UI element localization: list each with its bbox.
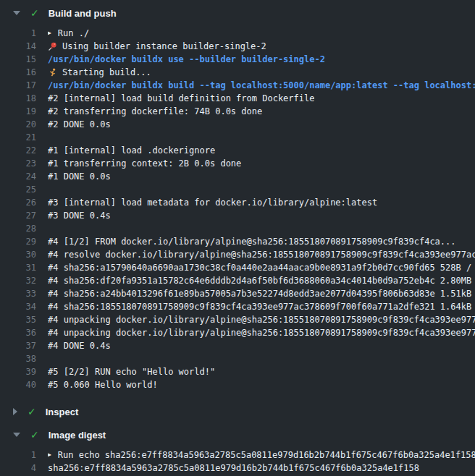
line-number[interactable]: 30 — [0, 250, 36, 260]
log-text-content: #1 transferring context: 2B 0.0s done — [48, 158, 241, 169]
chevron-down-icon[interactable] — [13, 11, 20, 15]
log-text-content: #1 [internal] load .dockerignore — [48, 145, 215, 156]
log-text-content: #2 [internal] load build definition from… — [48, 93, 314, 103]
log-text: Starting build... — [48, 67, 151, 77]
line-number[interactable]: 19 — [0, 106, 36, 116]
line-number[interactable]: 17 — [0, 80, 36, 90]
success-check-icon: ✓ — [30, 8, 39, 18]
section-header-image-digest[interactable]: ✓ Image digest — [0, 423, 475, 446]
log-text-content: #5 0.060 Hello world! — [48, 380, 158, 390]
line-number[interactable]: 37 — [0, 341, 36, 351]
runner-icon — [48, 68, 57, 77]
line-number[interactable]: 36 — [0, 328, 36, 338]
section-inspect: ✓ Inspect — [0, 400, 475, 423]
log-line: 1▶Run echo sha256:e7ff8834a5963a2785c5a0… — [0, 449, 475, 462]
log-line: 33#4 sha256:a24bb4013296f61e89ba57005a7b… — [0, 287, 475, 300]
pushpin-icon — [48, 42, 57, 51]
log-text: ▶Run echo sha256:e7ff8834a5963a2785c5a08… — [48, 449, 475, 462]
line-number[interactable]: 23 — [0, 158, 36, 169]
group-expand-icon[interactable]: ▶ — [48, 449, 51, 462]
line-number[interactable]: 34 — [0, 302, 36, 312]
line-number[interactable]: 40 — [0, 380, 36, 390]
log-line: 32#4 sha256:df20fa9351a15782c64e6dddb2d4… — [0, 274, 475, 287]
log-text-content: Run echo sha256:e7ff8834a5963a2785c5a081… — [58, 450, 475, 460]
section-title: Build and push — [49, 8, 117, 19]
section-title: Image digest — [49, 430, 106, 441]
line-number[interactable]: 35 — [0, 315, 36, 325]
line-number[interactable]: 21 — [0, 132, 36, 143]
log-text-content: #5 [2/2] RUN echo "Hello world!" — [48, 367, 215, 377]
line-number[interactable]: 27 — [0, 211, 36, 221]
log-line: 24#1 DONE 0.0s — [0, 170, 475, 183]
log-line: 35#4 unpacking docker.io/library/alpine@… — [0, 313, 475, 326]
log-text: #4 unpacking docker.io/library/alpine@sh… — [48, 315, 475, 325]
line-number[interactable]: 20 — [0, 119, 36, 129]
log-text: #4 [1/2] FROM docker.io/library/alpine@s… — [48, 237, 456, 247]
log-text: #2 [internal] load build definition from… — [48, 93, 314, 103]
line-number[interactable]: 38 — [0, 354, 36, 364]
log-text-content: Run ./ — [58, 28, 89, 38]
log-text: #1 [internal] load .dockerignore — [48, 145, 215, 156]
log-text: #4 sha256:185518070891758909c9f839cf4ca3… — [48, 302, 475, 312]
line-number[interactable]: 26 — [0, 197, 36, 208]
log-lines-container: 1▶Run ./14Using builder instance builder… — [0, 25, 475, 396]
log-text: ▶Run ./ — [48, 27, 89, 40]
log-line: 15/usr/bin/docker buildx use --builder b… — [0, 53, 475, 66]
line-number[interactable]: 28 — [0, 224, 36, 234]
group-expand-icon[interactable]: ▶ — [48, 27, 51, 40]
log-text-content: sha256:e7ff8834a5963a2785c5a0811e979d16b… — [48, 463, 419, 473]
line-number[interactable]: 14 — [0, 41, 36, 51]
line-number[interactable]: 31 — [0, 263, 36, 273]
log-text: #1 DONE 0.0s — [48, 171, 111, 182]
log-line: 17/usr/bin/docker buildx build --tag loc… — [0, 79, 475, 92]
section-header-build-and-push[interactable]: ✓ Build and push — [0, 1, 475, 25]
line-number[interactable]: 33 — [0, 289, 36, 299]
success-check-icon: ✓ — [28, 407, 36, 417]
log-text-content: Using builder instance builder-single-2 — [62, 41, 266, 51]
log-text-content: /usr/bin/docker buildx build --tag local… — [48, 80, 475, 90]
log-line: 23#1 transferring context: 2B 0.0s done — [0, 157, 475, 170]
log-line: 37#4 DONE 0.4s — [0, 339, 475, 352]
line-number[interactable]: 16 — [0, 67, 36, 77]
log-text-content: #3 [internal] load metadata for docker.i… — [48, 197, 377, 208]
log-text: #3 DONE 0.4s — [48, 211, 111, 221]
line-number[interactable]: 22 — [0, 145, 36, 156]
log-text-content: #4 unpacking docker.io/library/alpine@sh… — [48, 328, 475, 338]
line-number[interactable]: 1 — [0, 450, 36, 460]
actions-log-viewer: ✓ Build and push 1▶Run ./14Using builder… — [0, 0, 475, 476]
log-text: #3 [internal] load metadata for docker.i… — [48, 197, 377, 208]
line-number[interactable]: 15 — [0, 54, 36, 64]
log-text-content: #2 DONE 0.0s — [48, 119, 111, 129]
log-text: #2 DONE 0.0s — [48, 119, 111, 129]
line-number[interactable]: 39 — [0, 367, 36, 377]
log-text-content: #4 sha256:185518070891758909c9f839cf4ca3… — [48, 302, 475, 312]
log-text-content: Starting build... — [62, 67, 151, 77]
line-number[interactable]: 29 — [0, 237, 36, 247]
line-number[interactable]: 25 — [0, 184, 36, 195]
log-line: 16Starting build... — [0, 66, 475, 79]
success-check-icon: ✓ — [30, 430, 39, 440]
log-text-content: #4 sha256:df20fa9351a15782c64e6dddb2d4a6… — [48, 276, 475, 286]
log-text-content: #2 transferring dockerfile: 74B 0.0s don… — [48, 106, 262, 116]
log-text-content: #4 sha256:a24bb4013296f61e89ba57005a7b3e… — [48, 289, 475, 299]
line-number[interactable]: 1 — [0, 28, 36, 38]
log-text: #2 transferring dockerfile: 74B 0.0s don… — [48, 106, 262, 116]
log-text: /usr/bin/docker buildx build --tag local… — [48, 80, 475, 90]
log-line: 14Using builder instance builder-single-… — [0, 40, 475, 53]
line-number[interactable]: 24 — [0, 171, 36, 182]
line-number[interactable]: 18 — [0, 93, 36, 103]
log-line: 21 — [0, 131, 475, 144]
section-header-inspect[interactable]: ✓ Inspect — [0, 400, 475, 423]
log-line: 18#2 [internal] load build definition fr… — [0, 92, 475, 105]
line-number[interactable]: 32 — [0, 276, 36, 286]
log-text: #1 transferring context: 2B 0.0s done — [48, 158, 241, 169]
log-line: 38 — [0, 352, 475, 365]
log-line: 30#4 resolve docker.io/library/alpine@sh… — [0, 248, 475, 261]
log-text: #4 sha256:a24bb4013296f61e89ba57005a7b3e… — [48, 289, 475, 299]
chevron-down-icon[interactable] — [13, 433, 20, 437]
section-title: Inspect — [46, 407, 79, 417]
log-text: #4 sha256:a15790640a6690aa1730c38cf0a440… — [48, 263, 475, 273]
line-number[interactable]: 4 — [0, 463, 36, 473]
chevron-right-icon[interactable] — [13, 408, 17, 415]
log-text-content: #1 DONE 0.0s — [48, 171, 111, 182]
